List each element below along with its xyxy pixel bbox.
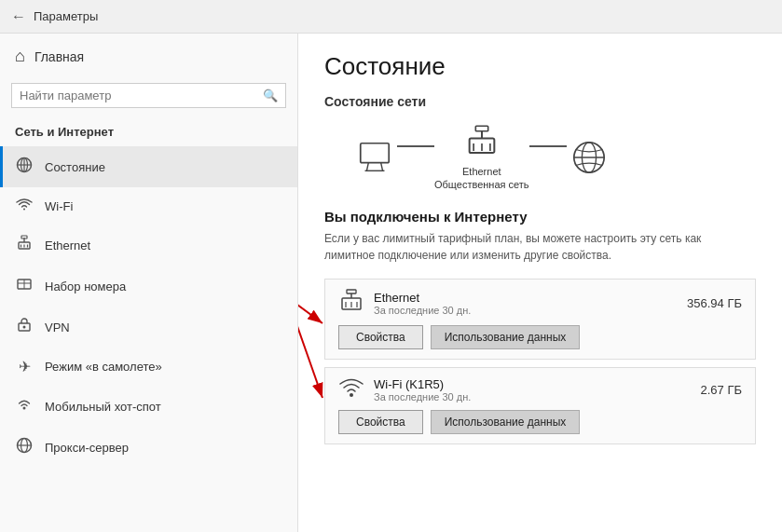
ethernet-card-size: 356.94 ГБ: [687, 296, 742, 310]
svg-line-21: [381, 163, 383, 171]
ethernet-node: Ethernet Общественная сеть: [434, 124, 529, 192]
ethernet-card-name: Ethernet: [374, 291, 471, 305]
wifi-usage-button[interactable]: Использование данных: [431, 410, 581, 434]
sidebar-vpn-label: VPN: [45, 321, 70, 334]
wifi-card-size: 2.67 ГБ: [701, 383, 742, 397]
sidebar-hotspot-label: Мобильный хот-спот: [45, 400, 161, 414]
globe-node: [567, 139, 611, 176]
ethernet-diagram-label: Ethernet Общественная сеть: [434, 165, 529, 192]
network-status-title: Состояние сети: [324, 94, 756, 109]
main-layout: ⌂ Главная 🔍 Сеть и Интернет Состояние: [0, 34, 782, 532]
airplane-icon: ✈: [15, 358, 34, 375]
search-icon: 🔍: [263, 89, 278, 102]
sidebar-item-vpn[interactable]: VPN: [0, 307, 297, 348]
svg-rect-38: [347, 290, 356, 293]
sidebar-item-airplane[interactable]: ✈ Режим «в самолете»: [0, 348, 297, 386]
ethernet-diagram-icon: [460, 124, 504, 161]
network-diagram: Ethernet Общественная сеть: [324, 124, 756, 192]
computer-icon: [352, 139, 397, 176]
status-icon: [15, 157, 34, 177]
connected-heading: Вы подключены к Интернету: [324, 209, 756, 225]
sidebar-home-label: Главная: [34, 49, 84, 64]
connected-desc: Если у вас лимитный тарифный план, вы мо…: [324, 230, 716, 264]
net-line-1: [397, 145, 434, 147]
ethernet-card: Ethernet За последние 30 дн. 356.94 ГБ С…: [324, 279, 756, 360]
globe-icon: [567, 139, 611, 176]
wifi-card-top: Wi-Fi (K1R5) За последние 30 дн. 2.67 ГБ: [338, 377, 742, 402]
computer-node: [352, 139, 397, 176]
wifi-card-info: Wi-Fi (K1R5) За последние 30 дн.: [338, 377, 471, 402]
sidebar-status-label: Состояние: [45, 160, 105, 174]
sidebar-section-title: Сеть и Интернет: [0, 119, 297, 146]
wifi-card-name: Wi-Fi (K1R5): [374, 377, 471, 391]
ethernet-card-sub: За последние 30 дн.: [374, 305, 471, 316]
wifi-icon: [15, 198, 34, 214]
svg-line-34: [298, 297, 322, 398]
sidebar-item-hotspot[interactable]: Мобильный хот-спот: [0, 386, 297, 427]
back-button[interactable]: ←: [11, 8, 26, 25]
search-input[interactable]: [20, 89, 257, 102]
proxy-icon: [15, 437, 34, 457]
home-icon: ⌂: [15, 47, 25, 66]
page-title: Состояние: [324, 52, 756, 81]
ethernet-card-buttons: Свойства Использование данных: [338, 325, 742, 349]
network-cards-container: Ethernet За последние 30 дн. 356.94 ГБ С…: [324, 279, 756, 444]
title-bar: ← Параметры: [0, 0, 782, 34]
sidebar-item-wifi[interactable]: Wi-Fi: [0, 187, 297, 225]
sidebar-item-dialup[interactable]: Набор номера: [0, 266, 297, 307]
svg-line-20: [366, 163, 368, 171]
content-area: Состояние Состояние сети: [298, 34, 782, 532]
ethernet-usage-button[interactable]: Использование данных: [431, 325, 581, 349]
hotspot-icon: [15, 396, 34, 416]
svg-line-33: [298, 297, 322, 323]
svg-rect-25: [475, 126, 487, 131]
sidebar-search-container: 🔍: [11, 83, 286, 108]
wifi-card-icon: [338, 377, 364, 402]
sidebar: ⌂ Главная 🔍 Сеть и Интернет Состояние: [0, 34, 298, 532]
svg-rect-19: [361, 143, 389, 163]
sidebar-ethernet-label: Ethernet: [45, 239, 90, 252]
wifi-card: Wi-Fi (K1R5) За последние 30 дн. 2.67 ГБ…: [324, 367, 756, 444]
ethernet-card-top: Ethernet За последние 30 дн. 356.94 ГБ: [338, 289, 742, 318]
ethernet-props-button[interactable]: Свойства: [338, 325, 423, 349]
ethernet-card-text: Ethernet За последние 30 дн.: [374, 291, 471, 316]
net-line-2: [529, 145, 567, 147]
title-bar-text: Параметры: [34, 9, 98, 23]
sidebar-item-status[interactable]: Состояние: [0, 146, 297, 187]
wifi-card-sub: За последние 30 дн.: [374, 391, 471, 402]
ethernet-icon: [15, 235, 34, 255]
sidebar-dialup-label: Набор номера: [45, 280, 126, 293]
sidebar-airplane-label: Режим «в самолете»: [45, 360, 162, 374]
dialup-icon: [15, 276, 34, 296]
sidebar-item-home[interactable]: ⌂ Главная: [0, 34, 297, 79]
wifi-card-text: Wi-Fi (K1R5) За последние 30 дн.: [374, 377, 471, 402]
ethernet-card-info: Ethernet За последние 30 дн.: [338, 289, 471, 318]
wifi-props-button[interactable]: Свойства: [338, 410, 423, 434]
svg-point-15: [23, 407, 26, 410]
sidebar-item-proxy[interactable]: Прокси-сервер: [0, 427, 297, 468]
svg-point-14: [23, 326, 26, 329]
sidebar-item-ethernet[interactable]: Ethernet: [0, 225, 297, 266]
svg-point-42: [350, 393, 353, 397]
wifi-card-buttons: Свойства Использование данных: [338, 410, 742, 434]
sidebar-wifi-label: Wi-Fi: [45, 199, 73, 213]
vpn-icon: [15, 317, 34, 337]
svg-rect-6: [21, 236, 27, 239]
sidebar-proxy-label: Прокси-сервер: [45, 441, 129, 455]
ethernet-card-icon: [338, 289, 364, 318]
